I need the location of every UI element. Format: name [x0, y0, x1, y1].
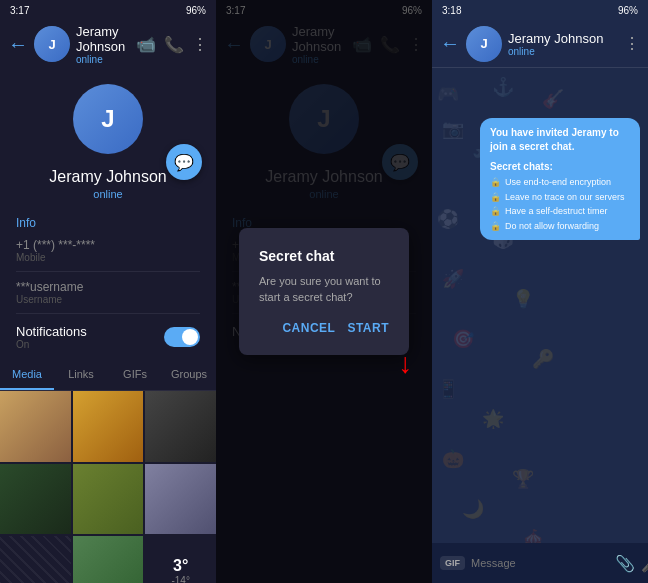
- doodle-2: ⚓: [492, 76, 514, 98]
- status-bar-3: 3:18 96%: [432, 0, 648, 20]
- temp-low: -14°: [171, 575, 189, 583]
- lock-icon-2: 🔒: [490, 191, 501, 204]
- red-arrow-2: ↑: [398, 351, 412, 383]
- back-button-3[interactable]: ←: [440, 32, 460, 55]
- doodle-7: ⚽: [437, 208, 459, 230]
- more-options-icon-1[interactable]: ⋮: [192, 35, 208, 54]
- phone-1: 3:17 96% ← J Jeramy Johnson online 📹 📞 ⋮…: [0, 0, 216, 583]
- mic-icon[interactable]: 🎤: [641, 554, 648, 573]
- tabs-1: Media Links GIFs Groups: [0, 360, 216, 391]
- back-button-1[interactable]: ←: [8, 33, 28, 56]
- tab-links-1[interactable]: Links: [54, 360, 108, 390]
- notifications-row-1: Notifications On: [0, 318, 216, 356]
- voice-call-icon-1[interactable]: 📞: [164, 35, 184, 54]
- top-bar-1: ← J Jeramy Johnson online 📹 📞 ⋮: [0, 20, 216, 68]
- dialog-body: Are you sure you want to start a secret …: [259, 274, 389, 305]
- secret-chat-dialog: Secret chat Are you sure you want to sta…: [239, 228, 409, 355]
- tab-groups-1[interactable]: Groups: [162, 360, 216, 390]
- phone-label-1: Mobile: [16, 252, 200, 263]
- more-options-icon-3[interactable]: ⋮: [624, 34, 640, 53]
- dialog-actions: CANCEL START: [259, 321, 389, 335]
- contact-name-3: Jeramy Johnson: [508, 31, 618, 46]
- doodle-18: 🎪: [522, 528, 544, 543]
- photo-cell-1[interactable]: [0, 391, 71, 462]
- doodle-13: 📱: [437, 378, 459, 400]
- attach-icon[interactable]: 📎: [615, 554, 635, 573]
- avatar-3: J: [466, 26, 502, 62]
- message-input[interactable]: [471, 557, 609, 569]
- divider-1a: [16, 271, 200, 272]
- doodle-3: 🎸: [542, 88, 564, 110]
- photo-cell-7[interactable]: [0, 536, 71, 583]
- time-3: 3:18: [442, 5, 461, 16]
- doodle-9: 🚀: [442, 268, 464, 290]
- video-call-icon-1[interactable]: 📹: [136, 35, 156, 54]
- notif-label-1: Notifications: [16, 324, 87, 339]
- contact-status-large-1: online: [0, 188, 216, 208]
- contact-info-3: Jeramy Johnson online: [508, 31, 618, 57]
- doodle-11: 🎯: [452, 328, 474, 350]
- gif-button[interactable]: GIF: [440, 556, 465, 570]
- tab-media-1[interactable]: Media: [0, 360, 54, 390]
- feature-1: 🔒 Use end-to-end encryption: [490, 176, 630, 189]
- invite-text: You have invited Jeramy to join a secret…: [490, 126, 630, 154]
- chat-background: 🎮 ⚓ 🎸 📷 🔧 🎵 ⚽ 🎲 🚀 💡 🎯 🔑 📱 🌟 🎃 🏆 🌙 🎪 You …: [432, 68, 648, 543]
- chat-features: Secret chats: 🔒 Use end-to-end encryptio…: [490, 160, 630, 232]
- battery-1: 96%: [186, 5, 206, 16]
- feature-text-4: Do not allow forwarding: [505, 220, 599, 233]
- dialog-overlay-2: Secret chat Are you sure you want to sta…: [216, 0, 432, 583]
- time-1: 3:17: [10, 5, 29, 16]
- doodle-10: 💡: [512, 288, 534, 310]
- doodle-1: 🎮: [437, 83, 459, 105]
- lock-icon-4: 🔒: [490, 220, 501, 233]
- doodle-12: 🔑: [532, 348, 554, 370]
- avatar-large-area-1: J 💬: [0, 68, 216, 164]
- doodle-15: 🎃: [442, 448, 464, 470]
- tab-gifs-1[interactable]: GIFs: [108, 360, 162, 390]
- profile-content-1: J 💬 Jeramy Johnson online Info +1 (***) …: [0, 68, 216, 583]
- contact-info-1: Jeramy Johnson online: [76, 24, 130, 65]
- dialog-title: Secret chat: [259, 248, 389, 264]
- username-label-1: Username: [16, 294, 200, 305]
- avatar-1: J: [34, 26, 70, 62]
- status-bar-1: 3:17 96%: [0, 0, 216, 20]
- doodle-16: 🏆: [512, 468, 534, 490]
- feature-3: 🔒 Have a self-destruct timer: [490, 205, 630, 218]
- feature-2: 🔒 Leave no trace on our servers: [490, 191, 630, 204]
- cancel-button[interactable]: CANCEL: [282, 321, 335, 335]
- phone-2: 3:17 96% ← J Jeramy Johnson online 📹 📞 ⋮…: [216, 0, 432, 583]
- notifications-toggle-1[interactable]: [164, 327, 200, 347]
- contact-name-1: Jeramy Johnson: [76, 24, 130, 54]
- chat-input-bar: GIF 📎 🎤: [432, 543, 648, 583]
- doodle-4: 📷: [442, 118, 464, 140]
- photo-cell-2[interactable]: [73, 391, 144, 462]
- doodle-14: 🌟: [482, 408, 504, 430]
- phone-3: 3:18 96% ← J Jeramy Johnson online ⋮ 🎮 ⚓…: [432, 0, 648, 583]
- feature-text-2: Leave no trace on our servers: [505, 191, 625, 204]
- feature-4: 🔒 Do not allow forwarding: [490, 220, 630, 233]
- info-section-title-1: Info: [0, 208, 216, 234]
- feature-text-3: Have a self-destruct timer: [505, 205, 608, 218]
- message-fab-1[interactable]: 💬: [166, 144, 202, 180]
- feature-text-1: Use end-to-end encryption: [505, 176, 611, 189]
- username-row-1: ***username Username: [0, 276, 216, 309]
- photo-cell-5[interactable]: [73, 464, 144, 535]
- photo-grid-1: 3° -14°: [0, 391, 216, 583]
- start-button[interactable]: START: [347, 321, 389, 335]
- username-value-1: ***username: [16, 280, 200, 294]
- notif-sub-1: On: [16, 339, 87, 350]
- phone-value-1: +1 (***) ***-****: [16, 238, 200, 252]
- lock-icon-3: 🔒: [490, 205, 501, 218]
- photo-cell-3[interactable]: [145, 391, 216, 462]
- doodle-17: 🌙: [462, 498, 484, 520]
- divider-1b: [16, 313, 200, 314]
- phone-row-1: +1 (***) ***-**** Mobile: [0, 234, 216, 267]
- photo-cell-temp: 3° -14°: [145, 536, 216, 583]
- top-bar-3: ← J Jeramy Johnson online ⋮: [432, 20, 648, 68]
- lock-icon-1: 🔒: [490, 176, 501, 189]
- photo-cell-4[interactable]: [0, 464, 71, 535]
- contact-status-1: online: [76, 54, 130, 65]
- photo-cell-8[interactable]: [73, 536, 144, 583]
- avatar-large-1: J: [73, 84, 143, 154]
- photo-cell-6[interactable]: [145, 464, 216, 535]
